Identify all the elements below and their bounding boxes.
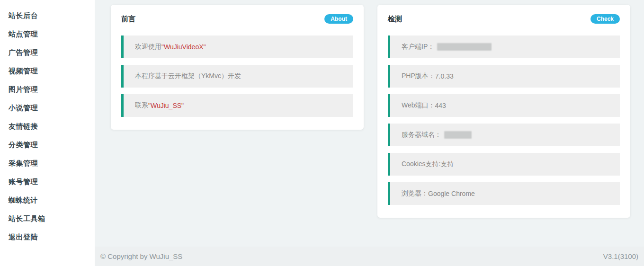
sidebar-item-category-management[interactable]: 分类管理 <box>0 136 95 154</box>
sidebar-item-logout[interactable]: 退出登陆 <box>0 228 95 247</box>
preface-item-text: 联系 <box>135 101 148 110</box>
check-item-value: Google Chrome <box>428 190 475 197</box>
check-item-label: PHP版本： <box>402 72 435 80</box>
check-card-header: 检测 Check <box>388 14 620 24</box>
content-column: 前言 About 欢迎使用"WuJiuVideoX" 本程序基于云开框架（YkM… <box>95 0 644 266</box>
preface-card-title: 前言 <box>121 15 135 24</box>
footer-copyright: © Copyright by WuJiu_SS <box>100 252 182 260</box>
about-badge[interactable]: About <box>324 14 353 24</box>
sidebar-item-novel-management[interactable]: 小说管理 <box>0 99 95 117</box>
check-item-label: 客户端IP： <box>402 43 434 51</box>
check-item-web-port: Web端口：443 <box>388 94 620 117</box>
sidebar-item-video-management[interactable]: 视频管理 <box>0 62 95 80</box>
preface-item-contact: 联系"WuJiu_SS" <box>121 94 353 117</box>
check-card: 检测 Check 客户端IP： PHP版本：7.0.33 Web端口：443 服… <box>377 5 630 218</box>
check-item-list: 客户端IP： PHP版本：7.0.33 Web端口：443 服务器域名： Coo… <box>388 35 620 205</box>
check-item-label: Cookies支持: <box>402 160 440 168</box>
check-item-label: Web端口： <box>402 101 435 110</box>
preface-item-highlight: "WuJiu_SS" <box>148 102 184 109</box>
app-window: 站长后台 站点管理 广告管理 视频管理 图片管理 小说管理 友情链接 分类管理 … <box>0 0 644 266</box>
check-item-browser: 浏览器：Google Chrome <box>388 182 620 205</box>
check-item-client-ip: 客户端IP： <box>388 35 620 58</box>
check-item-server-domain: 服务器域名： <box>388 124 620 146</box>
check-item-label: 浏览器： <box>402 189 428 198</box>
check-badge[interactable]: Check <box>590 14 620 24</box>
check-item-cookies-support: Cookies支持: 支持 <box>388 153 620 176</box>
sidebar-item-image-management[interactable]: 图片管理 <box>0 80 95 99</box>
sidebar-item-site-management[interactable]: 站点管理 <box>0 25 95 44</box>
check-item-label: 服务器域名： <box>402 131 441 139</box>
preface-item-text: 欢迎使用 <box>135 43 161 51</box>
preface-item-list: 欢迎使用"WuJiuVideoX" 本程序基于云开框架（YkMvc）开发 联系"… <box>121 35 353 117</box>
sidebar-item-dashboard[interactable]: 站长后台 <box>0 7 95 25</box>
preface-item-framework: 本程序基于云开框架（YkMvc）开发 <box>121 65 353 88</box>
check-item-value: 443 <box>435 102 446 109</box>
preface-item-welcome: 欢迎使用"WuJiuVideoX" <box>121 35 353 58</box>
redacted-ip-value <box>437 43 492 51</box>
check-item-value: 支持 <box>440 160 454 168</box>
redacted-domain-value <box>444 131 472 139</box>
footer-version: V3.1(3100) <box>603 252 638 260</box>
sidebar-item-spider-stats[interactable]: 蜘蛛统计 <box>0 191 95 210</box>
sidebar: 站长后台 站点管理 广告管理 视频管理 图片管理 小说管理 友情链接 分类管理 … <box>0 0 95 266</box>
preface-card-header: 前言 About <box>121 14 353 24</box>
preface-item-text: 本程序基于云开框架（YkMvc）开发 <box>135 72 241 80</box>
footer: © Copyright by WuJiu_SS V3.1(3100) <box>95 247 644 266</box>
sidebar-item-account-management[interactable]: 账号管理 <box>0 173 95 191</box>
check-card-title: 检测 <box>388 15 402 24</box>
main-content: 前言 About 欢迎使用"WuJiuVideoX" 本程序基于云开框架（YkM… <box>95 0 644 247</box>
sidebar-item-collection-management[interactable]: 采集管理 <box>0 154 95 173</box>
preface-card: 前言 About 欢迎使用"WuJiuVideoX" 本程序基于云开框架（YkM… <box>111 5 364 130</box>
preface-item-highlight: "WuJiuVideoX" <box>161 43 206 51</box>
sidebar-item-ad-management[interactable]: 广告管理 <box>0 44 95 62</box>
sidebar-item-webmaster-toolbox[interactable]: 站长工具箱 <box>0 210 95 228</box>
check-item-value: 7.0.33 <box>435 72 454 80</box>
sidebar-item-friend-links[interactable]: 友情链接 <box>0 117 95 136</box>
check-item-php-version: PHP版本：7.0.33 <box>388 65 620 88</box>
